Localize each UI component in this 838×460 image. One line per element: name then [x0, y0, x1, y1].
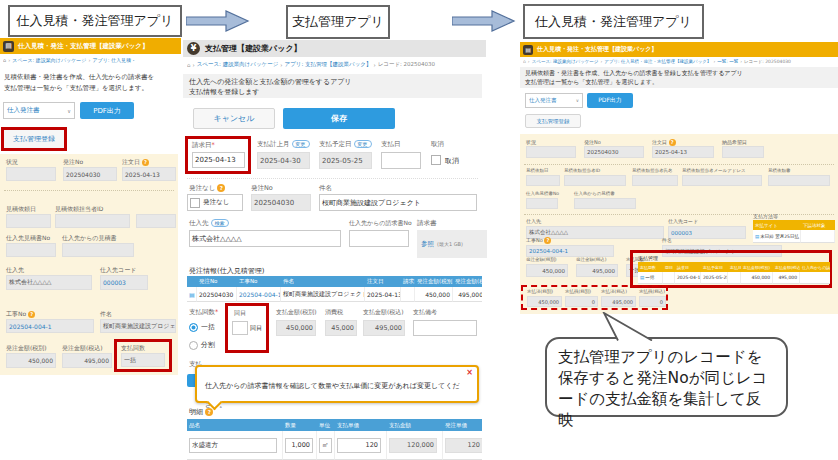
item-name-input[interactable]: 水盛遣方 [189, 438, 277, 453]
home-icon[interactable]: ⌂ [3, 57, 6, 63]
pay-amount-inc-field: 495,000 [363, 320, 405, 336]
separator-icon: › [88, 57, 90, 63]
pay-note-input[interactable] [413, 320, 477, 336]
payment-register-link[interactable]: 支払管理登録 [13, 134, 55, 144]
no-order-checkbox[interactable] [190, 198, 200, 208]
supplier-code-field[interactable]: 000003 [668, 226, 746, 239]
project-no-field[interactable]: 202504-004-1 [526, 245, 614, 257]
installment-no-label: 回目 [234, 309, 246, 318]
question-icon[interactable]: ? [544, 237, 551, 244]
view-select[interactable]: 仕入発注書 ∨ [525, 93, 583, 108]
save-button[interactable]: 保存 [283, 108, 395, 129]
pay-unit-price-input[interactable]: 120 [337, 438, 381, 453]
table-row: ▤末日締 翌月25日払 [753, 230, 835, 243]
project-no-field[interactable]: 202504-004-1 [6, 319, 94, 333]
breadcrumb-space-link[interactable]: スペース: 建設業向けパッケージ [12, 57, 86, 63]
breadcrumb-list-link[interactable]: 一覧: 一覧 [717, 59, 738, 64]
question-icon[interactable]: ? [28, 311, 35, 318]
quote-staff-id-field [564, 175, 626, 186]
separator-icon: › [8, 57, 10, 63]
table-header-row: 品名 数量 単位 支払単価 支払金額 発注単価 [187, 419, 482, 431]
supplier-field: 株式会社△△△△ [6, 275, 92, 290]
quote-doc-label: 見積依頼書 [768, 168, 791, 173]
close-icon[interactable]: × [466, 368, 473, 377]
paid-inc-field: 495,000 [601, 296, 636, 307]
radio-split[interactable]: 分割 [189, 340, 215, 350]
breadcrumb-app-link[interactable]: アプリ: 仕入見積・ [92, 57, 136, 63]
separator-icon: › [740, 59, 742, 64]
invoice-file-drop-area[interactable]: 参照 (最大1 GB) [417, 230, 487, 258]
detail-table: 品名 数量 単位 支払単価 支払金額 発注単価 水盛遣方 1,000 ㎡ 120… [187, 419, 482, 460]
payment-register-button[interactable]: 支払管理登録 [525, 114, 581, 128]
installment-no-input[interactable] [232, 321, 248, 335]
supplier-label: 仕入先 [526, 218, 541, 224]
table-row: ▤一括 2025-04-13 2025-05-25 450,000 495,00… [638, 272, 830, 284]
file-icon[interactable]: ▤ [189, 291, 195, 298]
due-date-input: 2025-05-25 [319, 152, 372, 169]
no-order-checkbox-field[interactable]: 発注なし [187, 194, 243, 211]
app-header-bar: ▤ 仕入見積・発注・支払管理【建設業パック】 [0, 38, 181, 54]
remain-inc-field: 0 [639, 296, 666, 307]
supplier-label: 仕入先 [6, 266, 24, 275]
file-icon[interactable]: ▤ [640, 275, 644, 280]
change-button[interactable]: 変更 [354, 140, 372, 148]
subject-label: 件名 [100, 310, 112, 319]
file-icon[interactable]: ▤ [755, 234, 759, 239]
browse-link[interactable]: 参照 [421, 240, 434, 249]
accrual-month-label: 支払計上月 変更 [257, 140, 310, 149]
pay-count-label: 支払回数 [121, 344, 145, 353]
right-app-panel: ▤ 仕入見積・発注・支払管理【建設業パック】 ⌂ › スペース: 建設業向けパッ… [520, 42, 838, 314]
home-icon[interactable]: ⌂ [523, 59, 526, 64]
paid-ex-label: 支払済(税別) [527, 289, 553, 294]
delivery-date-label: 納品希望日 [722, 139, 747, 145]
order-date-field: 2025-04-13 [122, 167, 176, 181]
view-select[interactable]: 仕入発注書 ∨ [3, 102, 75, 119]
quote-doc-field [768, 175, 830, 186]
pay-date-input[interactable] [381, 152, 421, 169]
supplier-code-field[interactable]: 000003 [100, 275, 148, 290]
quantity-input[interactable]: 1,000 [285, 438, 313, 453]
question-icon[interactable]: ? [205, 408, 213, 416]
supplier-invoice-no-input[interactable] [349, 230, 409, 247]
pdf-export-button[interactable]: PDF出力 [80, 102, 134, 119]
quote-date-label: 見積依頼日 [526, 168, 549, 173]
invoice-date-input[interactable]: 2025-04-13 [192, 152, 245, 168]
pay-method-table: 支払サイト 下請法対象 ▤末日締 翌月25日払 [753, 220, 835, 243]
order-no-label: 発注No [584, 139, 601, 145]
paid-ex-field: 450,000 [527, 296, 562, 307]
unit-input[interactable]: ㎡ [319, 438, 332, 453]
table-row: ▤ 202504030 202504-004-1 桜町商業施設建設プロジェクト … [187, 287, 482, 302]
cancel-button[interactable]: キャンセル [193, 108, 275, 129]
status-label: 状況 [526, 139, 536, 145]
radio-once[interactable]: 一括 [189, 322, 215, 332]
supplier-input[interactable]: 株式会社△△△△ [189, 230, 341, 247]
void-checkbox[interactable] [431, 155, 441, 165]
supplier-quote-label: 仕入先からの見積書 [62, 234, 116, 243]
amount-ex-label: 発注金額(税別) [6, 344, 47, 353]
change-button[interactable]: 変更 [292, 140, 310, 148]
search-button[interactable]: 検索 [211, 219, 229, 227]
breadcrumb-space-link[interactable]: スペース: 建設業向けパッケージ [197, 61, 279, 68]
breadcrumb-app-link[interactable]: アプリ: 仕入見積・発注・支払管理【建設業パック】 [604, 59, 711, 64]
question-icon[interactable]: ? [217, 184, 225, 192]
divider [187, 178, 478, 179]
order-no-label: 発注No [63, 158, 83, 167]
pay-amount-cell: 120,000 [389, 438, 437, 453]
breadcrumb: ⌂ › スペース: 建設業向けパッケージ › アプリ: 仕入見積・ [3, 57, 178, 63]
separator-icon: › [528, 59, 530, 64]
radio-off-icon[interactable] [189, 341, 198, 350]
supplier-quote-label: 仕入先からの見積書 [574, 191, 615, 196]
radio-on-icon[interactable] [189, 323, 198, 332]
question-icon[interactable]: ? [142, 159, 149, 166]
pdf-export-button[interactable]: PDF出力 [587, 93, 633, 108]
breadcrumb-space-link[interactable]: スペース: 建設業向けパッケージ [532, 59, 599, 64]
order-date-field: 2025-04-13 [652, 146, 714, 158]
file-size-limit: (最大1 GB) [437, 241, 463, 247]
home-icon[interactable]: ⌂ [187, 62, 191, 68]
app-ledger-icon: ▤ [3, 41, 14, 52]
amount-ex-label: 発注金額(税別) [526, 257, 557, 262]
separator-icon: › [193, 62, 195, 68]
breadcrumb-app-link[interactable]: アプリ: 支払管理【建設業パック】 [285, 61, 372, 68]
amount-inc-label: 発注金額(税込) [62, 344, 103, 353]
subject-input[interactable]: 桜町商業施設建設プロジェクト [319, 194, 477, 211]
